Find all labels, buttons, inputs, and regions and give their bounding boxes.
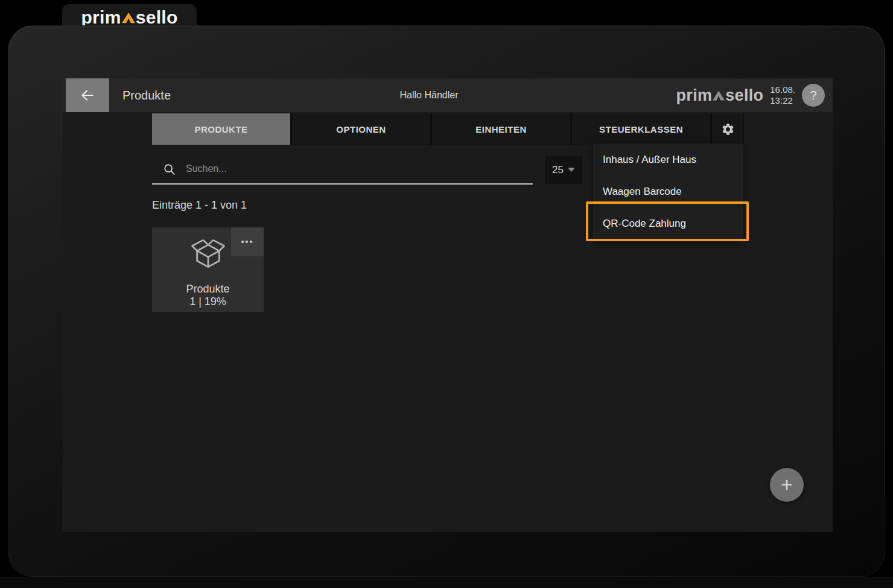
search-icon (163, 163, 176, 176)
date-text: 16.08. (770, 84, 795, 95)
ellipsis-icon: ••• (241, 237, 254, 247)
logo-suffix: sello (725, 86, 763, 105)
tab-steuerklassen[interactable]: STEUERKLASSEN (572, 113, 710, 145)
add-button[interactable]: + (770, 468, 804, 502)
card-subtitle: 1 | 19% (152, 296, 264, 308)
tab-label: PRODUKTE (194, 124, 247, 134)
logo-prefix: prim (81, 7, 121, 28)
menu-item-inhaus-ausser-haus[interactable]: Inhaus / Außer Haus (593, 144, 743, 175)
page-title: Produkte (122, 78, 171, 112)
app-header: Produkte Hallo Händler prim sello 16.08.… (62, 78, 833, 112)
brand-mark-icon (713, 86, 725, 105)
tab-label: EINHEITEN (475, 124, 527, 134)
brand-mark-icon (122, 7, 135, 28)
tab-bar: PRODUKTE OPTIONEN EINHEITEN STEUERKLASSE… (152, 113, 744, 145)
screen: prim sello Produkte Hallo Händler prim (0, 0, 893, 588)
time-text: 13:22 (770, 95, 795, 106)
tab-einheiten[interactable]: EINHEITEN (432, 113, 570, 145)
page-size-value: 25 (552, 164, 564, 176)
plus-icon: + (781, 474, 793, 495)
settings-dropdown: Inhaus / Außer Haus Waagen Barcode QR-Co… (593, 144, 743, 239)
entries-summary: Einträge 1 - 1 von 1 (152, 199, 247, 212)
page-size-select[interactable]: 25 (545, 156, 582, 184)
greeting-text: Hallo Händler (400, 78, 459, 112)
card-title: Produkte (152, 283, 264, 296)
header-right: prim sello 16.08. 13:22 ? (676, 78, 825, 112)
help-button[interactable]: ? (802, 84, 825, 107)
settings-button[interactable] (712, 113, 743, 145)
tab-optionen[interactable]: OPTIONEN (292, 113, 430, 145)
caret-down-icon (568, 168, 575, 172)
back-arrow-icon (80, 87, 95, 103)
search-input[interactable] (152, 158, 533, 185)
menu-item-qr-code-zahlung[interactable]: QR-Code Zahlung (593, 207, 743, 239)
product-card[interactable]: ••• Produkte 1 | 19% (152, 227, 264, 312)
search-field-wrap (152, 158, 533, 185)
tab-label: OPTIONEN (336, 124, 386, 134)
datetime: 16.08. 13:22 (770, 84, 795, 107)
gear-icon (721, 122, 735, 136)
tab-produkte[interactable]: PRODUKTE (152, 113, 290, 145)
open-box-icon (190, 238, 226, 273)
logo-suffix: sello (136, 7, 178, 28)
card-menu-button[interactable]: ••• (231, 227, 264, 256)
app-panel: Produkte Hallo Händler prim sello 16.08.… (62, 78, 833, 532)
frame-bottom-edge (0, 577, 893, 588)
primasello-logo: prim sello (81, 7, 177, 28)
back-button[interactable] (66, 78, 109, 112)
help-icon: ? (810, 89, 816, 103)
menu-item-waagen-barcode[interactable]: Waagen Barcode (593, 175, 743, 207)
tab-label: STEUERKLASSEN (599, 124, 683, 134)
header-logo: prim sello (676, 86, 764, 105)
logo-prefix: prim (676, 86, 713, 105)
